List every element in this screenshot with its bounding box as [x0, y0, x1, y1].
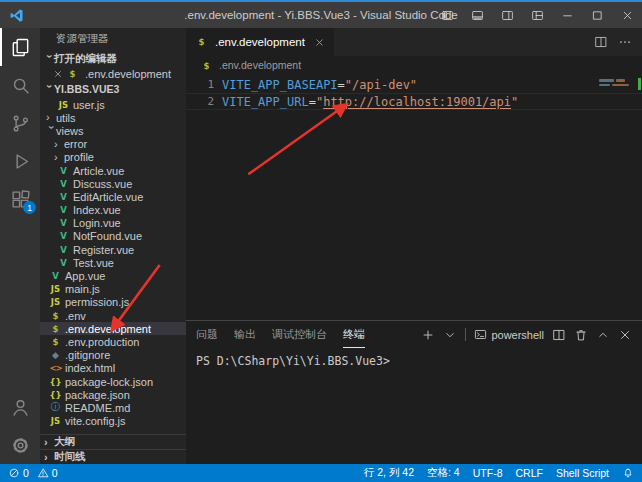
code-line[interactable]: 2VITE_APP_URL="http://localhost:19001/ap…: [186, 93, 642, 110]
token: VITE_APP_URL: [222, 95, 309, 109]
maximize-icon: [591, 9, 604, 22]
tree-item[interactable]: VDiscuss.vue: [40, 177, 186, 190]
window-layout-panel-button[interactable]: [462, 2, 492, 28]
tree-item-label: Index.vue: [73, 204, 121, 216]
status-segment[interactable]: 行 2, 列 42: [364, 466, 414, 480]
project-header[interactable]: › YI.BBS.VUE3: [40, 80, 186, 98]
split-terminal-icon[interactable]: [552, 328, 566, 342]
breadcrumb-item[interactable]: .env.development: [219, 59, 301, 71]
sidebar-section-header[interactable]: ›时间线: [40, 449, 186, 464]
explorer-sidebar: 资源管理器 › 打开的编辑器 $.env.development › YI.BB…: [40, 28, 186, 464]
window-layout-customize-button[interactable]: [522, 2, 552, 28]
tree-item[interactable]: VLogin.vue: [40, 217, 186, 230]
panel-tab[interactable]: 终端: [343, 321, 365, 348]
window-layout-sidebar-button[interactable]: [432, 2, 462, 28]
overview-ruler-change-mark: [638, 78, 641, 90]
tree-item[interactable]: $.env.development: [40, 322, 186, 335]
tree-item[interactable]: $.env: [40, 309, 186, 322]
tree-item-label: README.md: [65, 402, 130, 414]
close-icon[interactable]: [53, 69, 63, 79]
panel-tab[interactable]: 问题: [196, 321, 218, 348]
kill-terminal-icon[interactable]: [574, 328, 588, 342]
tree-item[interactable]: JSvite.config.js: [40, 415, 186, 428]
tree-item[interactable]: ›views: [40, 124, 186, 137]
tree-item[interactable]: <>index.html: [40, 362, 186, 375]
powershell-icon: [474, 328, 487, 341]
activity-source-control[interactable]: [0, 104, 40, 142]
layout-customize-icon: [531, 9, 544, 22]
more-actions-icon[interactable]: [618, 35, 632, 49]
tree-item[interactable]: VRegister.vue: [40, 243, 186, 256]
close-icon[interactable]: [314, 37, 325, 48]
terminal-profile[interactable]: powershell: [474, 328, 544, 341]
tree-item[interactable]: ›utils: [40, 111, 186, 124]
activity-settings[interactable]: [0, 426, 40, 464]
sidebar-section-header[interactable]: ›大纲: [40, 434, 186, 449]
shell-label: powershell: [491, 329, 544, 341]
tree-item[interactable]: JSmain.js: [40, 283, 186, 296]
vue-file-icon: V: [57, 205, 70, 215]
code-editor[interactable]: 1VITE_APP_BASEAPI="/api-dev"2VITE_APP_UR…: [186, 74, 642, 320]
window-minimize-button[interactable]: [552, 2, 582, 28]
tree-item[interactable]: VNotFound.vue: [40, 230, 186, 243]
window-layout-secondary-sidebar-button[interactable]: [492, 2, 522, 28]
tree-item[interactable]: ⓘREADME.md: [40, 401, 186, 414]
terminal-content[interactable]: PS D:\CSharp\Yi\Yi.BBS.Vue3>: [186, 348, 642, 464]
tree-item-label: Login.vue: [73, 217, 121, 229]
tree-item[interactable]: VTest.vue: [40, 256, 186, 269]
tree-item-label: utils: [56, 112, 76, 124]
status-bell[interactable]: [622, 467, 634, 479]
tree-item[interactable]: JSuser.js: [40, 98, 186, 111]
open-editor-item[interactable]: $.env.development: [40, 68, 186, 80]
tree-item-label: package.json: [65, 389, 130, 401]
window-maximize-button[interactable]: [582, 2, 612, 28]
minimap[interactable]: [596, 77, 642, 117]
vue-file-icon: V: [57, 192, 70, 202]
open-editors-header[interactable]: › 打开的编辑器: [40, 50, 186, 68]
editor-tab[interactable]: $.env.development: [186, 28, 334, 56]
status-segment[interactable]: CRLF: [515, 467, 542, 479]
status-warning[interactable]: 0: [37, 467, 58, 479]
line-text: VITE_APP_URL="http://localhost:19001/api…: [214, 95, 518, 109]
tree-item[interactable]: VApp.vue: [40, 269, 186, 282]
tree-item[interactable]: {}package.json: [40, 388, 186, 401]
status-segment[interactable]: Shell Script: [556, 467, 609, 479]
close-panel-icon[interactable]: [618, 328, 632, 342]
tree-item[interactable]: ◆.gitignore: [40, 349, 186, 362]
code-line[interactable]: 1VITE_APP_BASEAPI="/api-dev": [186, 76, 642, 93]
tree-item[interactable]: $.env.production: [40, 335, 186, 348]
activity-extensions[interactable]: 1: [0, 180, 40, 218]
status-segment[interactable]: UTF-8: [473, 467, 503, 479]
new-terminal-icon[interactable]: [421, 328, 435, 342]
tree-item-label: NotFound.vue: [73, 230, 142, 242]
project-label: YI.BBS.VUE3: [54, 83, 119, 95]
tree-item[interactable]: VEditArticle.vue: [40, 190, 186, 203]
tree-item[interactable]: ›error: [40, 138, 186, 151]
status-segment[interactable]: 空格: 4: [427, 466, 460, 480]
activity-explorer[interactable]: [0, 28, 40, 66]
terminal-dropdown-icon[interactable]: [443, 328, 457, 342]
tree-item[interactable]: VArticle.vue: [40, 164, 186, 177]
title-bar: .env.development - Yi.BBS.Vue3 - Visual …: [0, 2, 642, 28]
panel-header: 问题输出调试控制台终端 powershell: [186, 321, 642, 348]
html-file-icon: <>: [49, 363, 62, 373]
split-editor-icon[interactable]: [594, 35, 608, 49]
tree-item[interactable]: {}package-lock.json: [40, 375, 186, 388]
tree-item[interactable]: JSpermission.js: [40, 296, 186, 309]
minimap-line: [599, 79, 639, 82]
status-error[interactable]: 0: [8, 467, 29, 479]
panel-tab[interactable]: 输出: [234, 321, 256, 348]
activity-search[interactable]: [0, 66, 40, 104]
activity-run-debug[interactable]: [0, 142, 40, 180]
maximize-panel-icon[interactable]: [596, 328, 610, 342]
tree-item[interactable]: VIndex.vue: [40, 204, 186, 217]
tree-item[interactable]: ›profile: [40, 151, 186, 164]
status-text: 空格: 4: [427, 466, 460, 480]
chevron-right-icon: ›: [54, 139, 64, 150]
panel-tab[interactable]: 调试控制台: [272, 321, 327, 348]
tree-item-label: Article.vue: [73, 165, 124, 177]
json-file-icon: {}: [49, 390, 62, 400]
breadcrumb[interactable]: $ .env.development: [186, 56, 642, 74]
window-close-button[interactable]: [612, 2, 642, 28]
activity-account[interactable]: [0, 388, 40, 426]
